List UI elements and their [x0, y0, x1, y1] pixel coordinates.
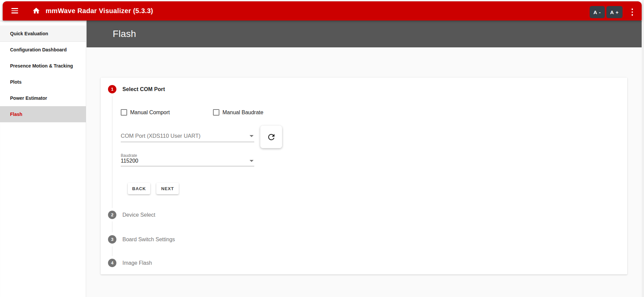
baudrate-select[interactable]: Baudrate 115200 — [121, 153, 254, 166]
step-2-badge: 2 — [108, 211, 116, 219]
step-3-header[interactable]: 3 Board Switch Settings — [101, 235, 302, 244]
manual-baudrate-checkbox[interactable]: Manual Baudrate — [213, 109, 263, 116]
step-4-header[interactable]: 4 Image Flash — [101, 259, 302, 267]
app-window: mmWave Radar Visualizer (5.3.3) A - A + … — [0, 0, 644, 297]
sidebar-nav-list: Quick Evaluation Configuration Dashboard… — [0, 26, 86, 122]
page-header: Flash — [87, 20, 642, 47]
step-3-label: Board Switch Settings — [122, 235, 175, 244]
font-decrease-button[interactable]: A - — [590, 6, 605, 18]
sidebar-item-configuration-dashboard[interactable]: Configuration Dashboard — [0, 42, 86, 58]
flash-stepper-card: 1 Select COM Port Manual Comport Manual … — [101, 78, 627, 274]
dropdown-arrow-icon — [250, 160, 254, 162]
sidebar: Quick Evaluation Configuration Dashboard… — [0, 20, 86, 297]
next-button[interactable]: NEXT — [156, 183, 179, 194]
sidebar-item-plots[interactable]: Plots — [0, 74, 86, 90]
app-title: mmWave Radar Visualizer (5.3.3) — [46, 1, 153, 20]
refresh-com-ports-button[interactable] — [260, 126, 282, 148]
menu-icon[interactable] — [11, 7, 19, 14]
step-1-badge: 1 — [108, 85, 116, 93]
sidebar-item-presence-motion-tracking[interactable]: Presence Motion & Tracking — [0, 58, 86, 74]
com-port-select[interactable]: COM Port (XDS110 User UART) — [121, 130, 254, 142]
home-icon[interactable] — [32, 7, 40, 15]
page-scrollbar[interactable] — [642, 0, 644, 297]
baudrate-value: 115200 — [121, 158, 138, 164]
step-1-header[interactable]: 1 Select COM Port — [101, 85, 302, 93]
step-connector-2 — [112, 221, 112, 232]
manual-baudrate-label[interactable]: Manual Baudrate — [222, 110, 263, 116]
baudrate-field-label: Baudrate — [121, 153, 137, 158]
manual-comport-label[interactable]: Manual Comport — [130, 110, 170, 116]
checkbox-icon[interactable] — [121, 109, 127, 116]
dropdown-arrow-icon — [250, 135, 254, 137]
step-4-badge: 4 — [108, 259, 116, 267]
manual-comport-checkbox[interactable]: Manual Comport — [121, 109, 170, 116]
sidebar-item-flash[interactable]: Flash — [0, 106, 86, 122]
step-connector-3 — [112, 246, 112, 256]
refresh-icon — [267, 132, 276, 142]
sidebar-item-power-estimator[interactable]: Power Estimator — [0, 90, 86, 106]
step-1-label: Select COM Port — [122, 85, 165, 93]
step-connector-1 — [112, 96, 112, 208]
checkbox-group: Manual Comport Manual Baudrate — [121, 109, 263, 116]
sidebar-item-quick-evaluation[interactable]: Quick Evaluation — [0, 26, 86, 42]
step-4-label: Image Flash — [122, 259, 152, 267]
checkbox-icon[interactable] — [213, 109, 219, 116]
step-2-label: Device Select — [122, 211, 155, 219]
font-increase-button[interactable]: A + — [606, 6, 623, 18]
kebab-menu-icon[interactable] — [629, 6, 635, 18]
com-port-placeholder: COM Port (XDS110 User UART) — [121, 133, 201, 139]
page-title: Flash — [113, 29, 136, 39]
back-button[interactable]: BACK — [128, 183, 150, 194]
app-bar: mmWave Radar Visualizer (5.3.3) A - A + — [3, 1, 642, 20]
step-2-header[interactable]: 2 Device Select — [101, 211, 302, 219]
step-3-badge: 3 — [108, 235, 116, 244]
